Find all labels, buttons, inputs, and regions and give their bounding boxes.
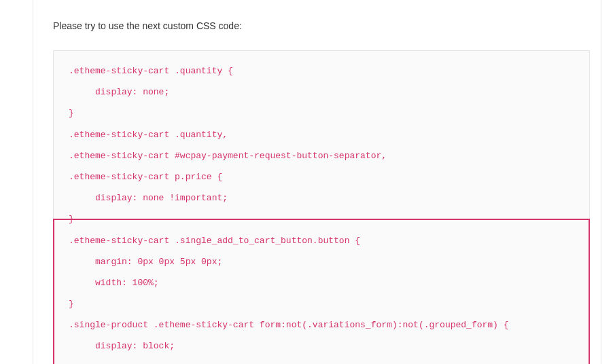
page-container: Please try to use the next custom CSS co… [0, 0, 613, 364]
code-line: display: block; [54, 335, 589, 357]
code-line: display: none; [54, 81, 589, 103]
code-line: .etheme-sticky-cart .quantity, [54, 124, 589, 145]
code-line: .etheme-sticky-cart .quantity { [54, 60, 589, 81]
code-line: width: 100%; [54, 272, 589, 293]
left-divider [33, 0, 33, 364]
right-divider [601, 0, 601, 364]
code-line: .etheme-sticky-cart .single_add_to_cart_… [54, 230, 589, 251]
code-line: } [54, 103, 589, 124]
content-area: Please try to use the next custom CSS co… [0, 0, 613, 364]
code-line: } [54, 293, 589, 314]
code-block: .etheme-sticky-cart .quantity { display:… [53, 50, 590, 364]
code-line: display: none !important; [54, 187, 589, 208]
code-line: margin: 0px 0px 5px 0px; [54, 251, 589, 272]
code-line: } [54, 208, 589, 230]
code-line: .single-product .etheme-sticky-cart form… [54, 314, 589, 335]
code-line: } [54, 357, 589, 364]
code-line: .etheme-sticky-cart #wcpay-payment-reque… [54, 145, 589, 166]
intro-text: Please try to use the next custom CSS co… [53, 20, 613, 31]
code-line: .etheme-sticky-cart p.price { [54, 166, 589, 187]
